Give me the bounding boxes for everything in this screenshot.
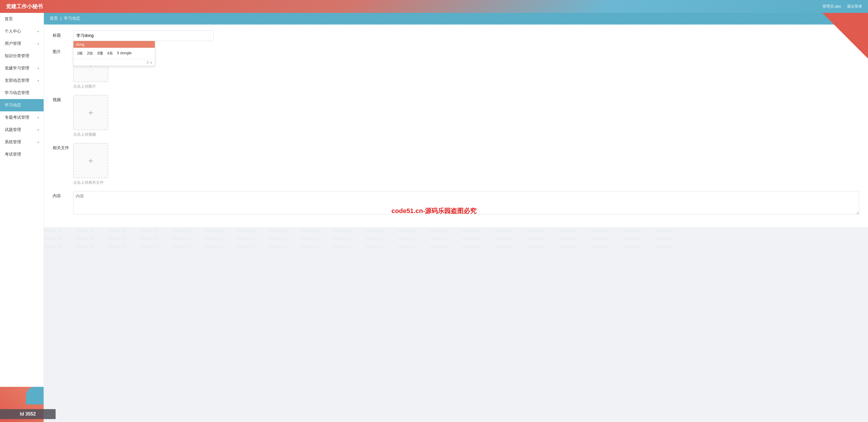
id-badge: Id 3552 <box>0 409 56 419</box>
breadcrumb-home[interactable]: 首页 <box>50 16 58 21</box>
sidebar-item-system-mgmt[interactable]: 系统管理 ▾ <box>0 136 43 148</box>
sidebar-item-label: 专题考试管理 <box>5 115 29 120</box>
image-row: 图片 ＋ 点击上传图片 <box>53 47 859 89</box>
file-upload-box[interactable]: ＋ <box>73 143 108 178</box>
autocomplete-option-3[interactable]: 3懂 <box>96 50 104 57</box>
autocomplete-header: dong <box>73 41 155 48</box>
sidebar-item-home[interactable]: 首页 <box>0 13 43 25</box>
sidebar-item-label: 系统管理 <box>5 140 21 145</box>
title-label: 标题 <box>53 30 70 38</box>
autocomplete-dropdown: dong 1栋 2动 3懂 4东 5 dongle 2 ∨ <box>73 41 155 66</box>
logout-button[interactable]: 退出登录 <box>847 4 862 9</box>
autocomplete-option-2[interactable]: 2动 <box>86 50 94 57</box>
sidebar-item-label: 支部动态管理 <box>5 78 29 83</box>
file-control-wrap: ＋ 点击上传相关文件 <box>73 143 859 185</box>
image-control-wrap: ＋ 点击上传图片 <box>73 47 859 89</box>
video-upload-hint: 点击上传视频 <box>73 132 859 137</box>
image-upload-hint: 点击上传图片 <box>73 84 859 89</box>
sidebar-item-knowledge[interactable]: 知识分类管理 <box>0 50 43 62</box>
admin-label: 管理员 abo <box>823 4 841 9</box>
content-textarea[interactable] <box>73 191 859 215</box>
video-row: 视频 ＋ 点击上传视频 <box>53 95 859 137</box>
autocomplete-footer: 2 ∨ <box>73 59 155 66</box>
title-row: 标题 ⊗ dong 1栋 2动 3懂 <box>53 30 859 41</box>
breadcrumb-separator: | <box>60 16 61 21</box>
breadcrumb-current: 学习动态 <box>64 16 80 21</box>
image-label: 图片 <box>53 47 70 55</box>
breadcrumb: 首页 | 学习动态 <box>44 13 868 25</box>
autocomplete-options: 1栋 2动 3懂 4东 5 dongle <box>73 48 155 59</box>
sidebar-item-label: 首页 <box>5 17 13 22</box>
video-control-wrap: ＋ 点击上传视频 <box>73 95 859 137</box>
plus-icon: ＋ <box>87 107 95 118</box>
file-row: 相关文件 ＋ 点击上传相关文件 <box>53 143 859 185</box>
chevron-down-icon: ▾ <box>37 67 39 70</box>
sidebar-item-exam-mgmt[interactable]: 专题考试管理 ▾ <box>0 111 43 124</box>
chevron-down-icon: ▾ <box>37 141 39 144</box>
autocomplete-option-1[interactable]: 1栋 <box>76 50 84 57</box>
file-upload-hint: 点击上传相关文件 <box>73 180 859 185</box>
clear-icon[interactable]: ⊗ <box>853 33 857 39</box>
sidebar-item-label: 学习动态 <box>5 103 21 108</box>
topbar-right: 管理员 abo 退出登录 <box>823 4 862 9</box>
video-upload-box[interactable]: ＋ <box>73 95 108 130</box>
content-control-wrap <box>73 191 859 216</box>
autocomplete-query: dong <box>76 42 84 47</box>
sidebar-item-question-mgmt[interactable]: 试题管理 ▾ <box>0 124 43 136</box>
plus-icon: ＋ <box>87 155 95 166</box>
file-label: 相关文件 <box>53 143 70 151</box>
page-prev[interactable]: 2 <box>147 60 149 64</box>
title-input[interactable] <box>73 30 214 41</box>
app-title: 党建工作小秘书 <box>6 3 43 10</box>
sidebar-item-label: 试题管理 <box>5 127 21 133</box>
video-label: 视频 <box>53 95 70 103</box>
title-control-wrap: ⊗ dong 1栋 2动 3懂 4东 5 dongle <box>73 30 859 41</box>
chevron-down-icon: ▾ <box>37 116 39 119</box>
topbar: 党建工作小秘书 管理员 abo 退出登录 <box>0 0 868 13</box>
sidebar-item-label: 知识分类管理 <box>5 53 29 59</box>
sidebar-item-exam-admin[interactable]: 考试管理 <box>0 148 43 161</box>
chevron-down-icon: ▾ <box>37 129 39 132</box>
chevron-down-icon: ▾ <box>37 79 39 82</box>
sidebar-item-label: 个人中心 <box>5 29 21 34</box>
content-row: 内容 <box>53 191 859 216</box>
page-next[interactable]: ∨ <box>150 60 152 64</box>
sidebar-item-party-study[interactable]: 党建学习管理 ▾ <box>0 62 43 75</box>
main-content: 首页 | 学习动态 标题 ⊗ dong <box>44 13 868 422</box>
chevron-down-icon: ▾ <box>37 42 39 46</box>
autocomplete-option-4[interactable]: 4东 <box>106 50 114 57</box>
sidebar: 首页 个人中心 ▾ 用户管理 ▾ 知识分类管理 党建学习管理 ▾ 支部动态管理 … <box>0 13 44 422</box>
form-area: 标题 ⊗ dong 1栋 2动 3懂 <box>44 25 868 227</box>
sidebar-item-study-mgmt[interactable]: 学习动态管理 <box>0 87 43 99</box>
sidebar-item-label: 学习动态管理 <box>5 90 29 95</box>
autocomplete-option-5[interactable]: 5 dongle <box>116 50 133 57</box>
sidebar-item-branch-mgmt[interactable]: 支部动态管理 ▾ <box>0 75 43 87</box>
sidebar-item-label: 党建学习管理 <box>5 66 29 71</box>
sidebar-item-label: 考试管理 <box>5 152 21 157</box>
sidebar-item-user-mgmt[interactable]: 用户管理 ▾ <box>0 37 43 50</box>
chevron-down-icon: ▾ <box>37 30 39 33</box>
content-label: 内容 <box>53 191 70 199</box>
sidebar-item-personal[interactable]: 个人中心 ▾ <box>0 25 43 37</box>
title-input-wrap: ⊗ <box>73 30 859 41</box>
sidebar-item-label: 用户管理 <box>5 41 21 46</box>
sidebar-item-study-trend[interactable]: 学习动态 <box>0 99 43 111</box>
